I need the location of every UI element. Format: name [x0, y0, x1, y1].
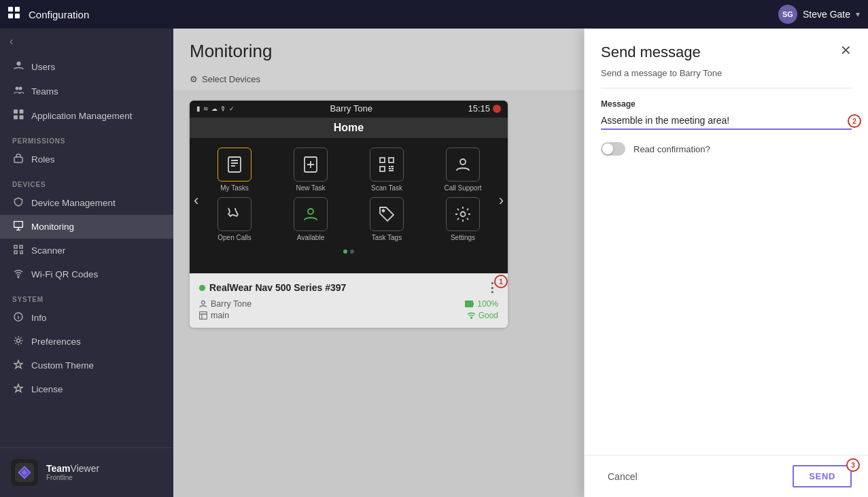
wifi-icon: [12, 269, 24, 280]
my-tasks-label: My Tasks: [220, 184, 249, 192]
svg-point-4: [16, 62, 20, 66]
avatar: SG: [778, 5, 797, 24]
message-input[interactable]: [601, 112, 852, 130]
svg-point-26: [308, 209, 313, 214]
cancel-button[interactable]: Cancel: [601, 467, 644, 486]
user-icon: [12, 61, 24, 73]
sidebar-item-wifi-qr[interactable]: Wi-Fi QR Codes: [0, 262, 173, 286]
nav-arrow-left[interactable]: ‹: [194, 192, 198, 209]
username: Steve Gate: [803, 9, 850, 20]
sidebar-item-custom-theme[interactable]: Custom Theme: [0, 354, 173, 377]
sidebar-logo: TeamViewer Frontline: [0, 447, 173, 497]
device-info-bar: RealWear Nav 500 Series #397 ⋮ 1: [190, 273, 508, 328]
device-status-bar: ▮ ≋ ☁ 🎙 ✓ Barry Tone 15:15: [190, 101, 508, 116]
sidebar-item-info[interactable]: Info: [0, 306, 173, 330]
sidebar-item-roles-label: Roles: [31, 154, 55, 165]
open-calls-label: Open Calls: [218, 234, 251, 241]
device-icon-settings[interactable]: Settings: [428, 197, 498, 241]
check-icon: ✓: [229, 105, 235, 112]
svg-rect-14: [20, 245, 22, 248]
open-calls-icon-box: [218, 197, 251, 231]
device-icon-task-tags[interactable]: Task Tags: [351, 197, 422, 241]
sidebar-item-license-label: License: [31, 384, 63, 394]
info-icon: [12, 312, 24, 324]
svg-rect-20: [228, 157, 241, 172]
sidebar-section-system: SYSTEM: [0, 286, 173, 306]
tv-brand-sub: Frontline: [46, 474, 99, 482]
device-domain-row: main Good: [199, 311, 498, 320]
device-home-label: Home: [190, 118, 508, 138]
nav-dot-1: [343, 250, 347, 254]
monitoring-icon: [12, 221, 24, 233]
svg-point-18: [17, 339, 20, 343]
device-battery-right: 100%: [465, 299, 498, 309]
select-devices-icon: ⚙: [190, 74, 198, 84]
device-user-left: Barry Tone: [199, 299, 251, 309]
device-icon-scan-task[interactable]: Scan Task: [351, 148, 422, 192]
read-confirmation-label: Read confirmation?: [633, 144, 710, 154]
content-area: Monitoring ⚙ Select Devices ▮ ≋ ☁ 🎙: [173, 29, 868, 497]
badge-3: 3: [846, 458, 860, 472]
shield-icon: [12, 197, 24, 209]
sidebar-section-main: Users Teams Application Management: [0, 54, 173, 128]
svg-point-25: [460, 159, 466, 165]
device-icon-new-task[interactable]: New Task: [275, 148, 346, 192]
sidebar-item-theme-label: Custom Theme: [31, 360, 94, 371]
badge-1: 1: [494, 275, 508, 288]
sidebar-item-scanner[interactable]: Scanner: [0, 239, 173, 262]
settings-label: Settings: [451, 234, 475, 241]
new-task-icon-box: [294, 148, 328, 182]
sidebar-item-device-management[interactable]: Device Management: [0, 191, 173, 215]
sidebar-collapse-button[interactable]: ‹: [0, 29, 173, 54]
nav-dot-2: [350, 250, 354, 254]
svg-rect-22: [380, 158, 385, 162]
sidebar-item-license[interactable]: License: [0, 377, 173, 401]
nav-arrow-right[interactable]: ›: [499, 192, 504, 209]
device-card-title: RealWear Nav 500 Series #397: [209, 282, 346, 293]
wifi-status-text: Good: [479, 311, 498, 320]
modal-close-button[interactable]: ✕: [840, 44, 852, 57]
svg-rect-1: [15, 7, 20, 12]
scan-task-icon-box: [370, 148, 404, 182]
svg-point-29: [202, 301, 205, 305]
svg-point-16: [18, 277, 19, 278]
sidebar-item-teams[interactable]: Teams: [0, 79, 173, 103]
send-button[interactable]: SEND: [793, 465, 852, 487]
device-username: Barry Tone: [211, 299, 251, 309]
device-icon-open-calls[interactable]: Open Calls: [199, 197, 270, 241]
user-menu[interactable]: SG Steve Gate ▾: [778, 5, 860, 24]
grid-icon[interactable]: [8, 7, 20, 22]
device-icon-available[interactable]: Available: [275, 197, 346, 241]
read-confirmation-toggle[interactable]: [601, 142, 625, 156]
call-support-icon-box: [446, 148, 480, 182]
modal-title: Send message: [601, 44, 701, 61]
modal-spacer: [585, 283, 868, 456]
sidebar-item-monitoring[interactable]: Monitoring: [0, 215, 173, 239]
sidebar-item-users[interactable]: Users: [0, 54, 173, 79]
my-tasks-icon-box: [218, 148, 251, 182]
device-name-bar: Barry Tone: [330, 103, 372, 114]
license-icon: [12, 383, 24, 395]
svg-point-28: [461, 212, 466, 217]
modal-footer: Cancel SEND 3: [585, 455, 868, 497]
new-task-label: New Task: [296, 184, 325, 192]
svg-rect-23: [389, 158, 394, 162]
device-icon-call-support[interactable]: Call Support: [428, 148, 498, 192]
sidebar-item-preferences[interactable]: Preferences: [0, 330, 173, 354]
device-wifi-right: Good: [467, 311, 498, 320]
svg-point-6: [18, 87, 22, 90]
main-layout: ‹ Users Teams Application Management: [0, 29, 868, 497]
svg-rect-7: [14, 109, 18, 114]
device-time: 15:15: [468, 103, 490, 114]
user-chevron-icon: ▾: [856, 10, 860, 19]
device-nav-dots: [343, 247, 354, 256]
app-title: Configuration: [29, 9, 778, 20]
tv-brand-bold: Team: [46, 463, 71, 474]
roles-icon: [12, 154, 24, 165]
device-icon-my-tasks[interactable]: My Tasks: [199, 148, 270, 192]
sidebar-item-app-management[interactable]: Application Management: [0, 103, 173, 128]
sidebar-item-roles[interactable]: Roles: [0, 148, 173, 171]
sidebar-item-scanner-label: Scanner: [31, 245, 65, 256]
svg-rect-11: [14, 157, 22, 162]
svg-rect-32: [200, 312, 207, 320]
